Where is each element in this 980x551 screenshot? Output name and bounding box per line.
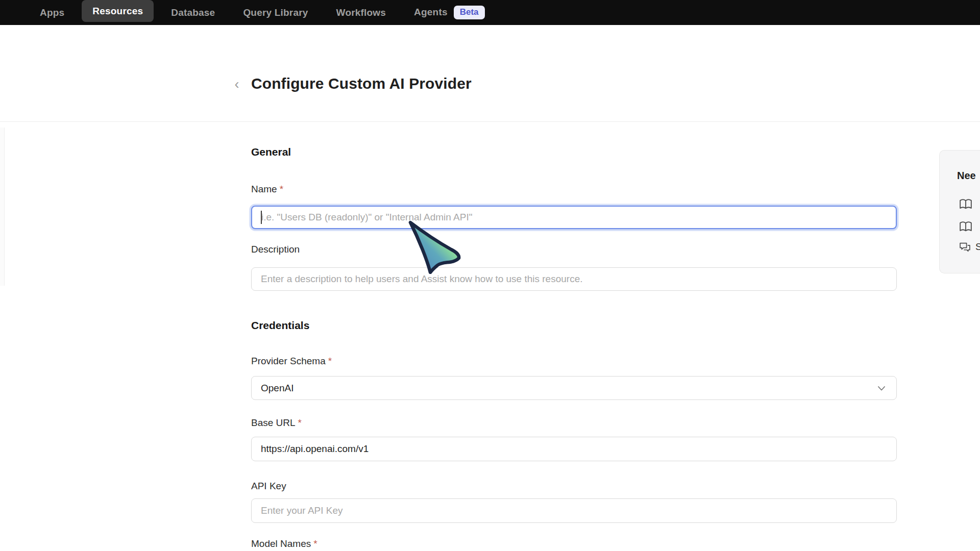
api-key-input[interactable] xyxy=(251,498,897,523)
section-heading-general: General xyxy=(251,146,291,158)
name-label: Name* xyxy=(251,184,283,195)
base-url-label-text: Base URL xyxy=(251,417,296,428)
nav-item-apps[interactable]: Apps xyxy=(40,7,64,18)
back-button[interactable]: ‹ xyxy=(230,76,244,93)
chat-bubbles-icon xyxy=(959,242,971,253)
name-required-marker: * xyxy=(280,184,283,194)
header-divider xyxy=(0,121,980,122)
help-link-docs-2[interactable] xyxy=(959,221,972,233)
nav-item-agents[interactable]: Agents xyxy=(414,7,448,18)
top-nav: Apps Resources Database Query Library Wo… xyxy=(0,0,980,25)
nav-item-resources[interactable]: Resources xyxy=(82,0,154,22)
nav-item-query-library[interactable]: Query Library xyxy=(243,7,308,18)
provider-schema-required-marker: * xyxy=(328,356,332,366)
help-link-support-label: S xyxy=(975,241,980,253)
base-url-label: Base URL* xyxy=(251,417,302,429)
api-key-label: API Key xyxy=(251,481,286,492)
left-edge-sliver xyxy=(0,128,5,286)
nav-item-agents-group: Agents Beta xyxy=(414,6,484,19)
screen: Apps Resources Database Query Library Wo… xyxy=(0,0,980,551)
help-link-docs-1[interactable] xyxy=(959,198,972,211)
model-names-label-text: Model Names xyxy=(251,538,311,549)
base-url-input[interactable] xyxy=(251,437,897,461)
model-names-label: Model Names* xyxy=(251,538,317,549)
beta-badge: Beta xyxy=(454,6,485,19)
section-heading-credentials: Credentials xyxy=(251,319,309,332)
provider-schema-value: OpenAI xyxy=(261,383,293,394)
description-input[interactable] xyxy=(251,267,897,291)
provider-schema-label-text: Provider Schema xyxy=(251,356,326,366)
description-label: Description xyxy=(251,244,300,255)
name-input-wrap xyxy=(251,206,897,229)
page-title: Configure Custom AI Provider xyxy=(251,75,472,92)
help-link-support[interactable]: S xyxy=(959,241,980,253)
help-panel: Nee S xyxy=(939,150,980,273)
model-names-required-marker: * xyxy=(313,538,317,549)
open-book-icon xyxy=(959,198,972,211)
open-book-icon xyxy=(959,221,972,233)
text-caret xyxy=(261,211,262,224)
base-url-required-marker: * xyxy=(298,417,302,428)
help-panel-heading: Nee xyxy=(957,170,976,182)
provider-schema-select[interactable]: OpenAI xyxy=(251,376,897,400)
name-label-text: Name xyxy=(251,184,277,194)
nav-item-database[interactable]: Database xyxy=(171,7,215,18)
name-input[interactable] xyxy=(251,206,897,229)
nav-item-workflows[interactable]: Workflows xyxy=(336,7,386,18)
chevron-down-icon xyxy=(877,384,886,393)
provider-schema-label: Provider Schema* xyxy=(251,356,332,367)
